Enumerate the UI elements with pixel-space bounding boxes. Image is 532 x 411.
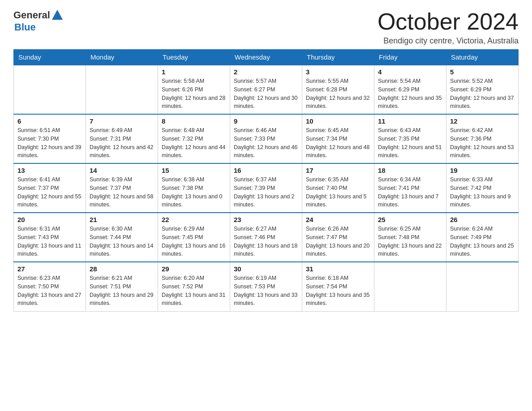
- day-info: Sunrise: 6:30 AMSunset: 7:44 PMDaylight:…: [90, 225, 154, 258]
- day-info: Sunrise: 5:52 AMSunset: 6:29 PMDaylight:…: [450, 77, 515, 111]
- table-row: 20Sunrise: 6:31 AMSunset: 7:43 PMDayligh…: [14, 213, 86, 262]
- day-info: Sunrise: 6:23 AMSunset: 7:50 PMDaylight:…: [17, 274, 82, 308]
- calendar-week-row: 27Sunrise: 6:23 AMSunset: 7:50 PMDayligh…: [14, 262, 519, 311]
- table-row: 3Sunrise: 5:55 AMSunset: 6:28 PMDaylight…: [302, 65, 374, 114]
- table-row: 12Sunrise: 6:42 AMSunset: 7:36 PMDayligh…: [446, 114, 519, 163]
- day-number: 26: [450, 216, 515, 223]
- table-row: 25Sunrise: 6:25 AMSunset: 7:48 PMDayligh…: [374, 213, 446, 262]
- table-row: 23Sunrise: 6:27 AMSunset: 7:46 PMDayligh…: [230, 213, 302, 262]
- table-row: [374, 262, 446, 311]
- day-info: Sunrise: 6:35 AMSunset: 7:40 PMDaylight:…: [306, 176, 370, 209]
- day-number: 16: [234, 167, 298, 174]
- day-number: 18: [378, 167, 442, 174]
- logo-icon: [51, 9, 64, 21]
- day-info: Sunrise: 6:34 AMSunset: 7:41 PMDaylight:…: [378, 176, 442, 209]
- day-info: Sunrise: 6:29 AMSunset: 7:45 PMDaylight:…: [162, 225, 226, 258]
- title-section: October 2024 Bendigo city centre, Victor…: [378, 9, 519, 46]
- calendar-week-row: 20Sunrise: 6:31 AMSunset: 7:43 PMDayligh…: [14, 213, 519, 262]
- table-row: 28Sunrise: 6:21 AMSunset: 7:51 PMDayligh…: [86, 262, 158, 311]
- day-info: Sunrise: 6:48 AMSunset: 7:32 PMDaylight:…: [162, 126, 226, 160]
- table-row: 18Sunrise: 6:34 AMSunset: 7:41 PMDayligh…: [374, 163, 446, 213]
- day-number: 22: [162, 216, 226, 223]
- calendar-week-row: 1Sunrise: 5:58 AMSunset: 6:26 PMDaylight…: [14, 65, 519, 114]
- header-monday: Monday: [86, 50, 158, 65]
- day-number: 23: [234, 216, 298, 223]
- day-info: Sunrise: 6:37 AMSunset: 7:39 PMDaylight:…: [234, 176, 298, 209]
- day-number: 20: [17, 216, 82, 223]
- day-info: Sunrise: 6:39 AMSunset: 7:37 PMDaylight:…: [90, 176, 154, 209]
- day-info: Sunrise: 6:38 AMSunset: 7:38 PMDaylight:…: [162, 176, 226, 209]
- day-number: 13: [17, 167, 82, 174]
- table-row: [446, 262, 519, 311]
- table-row: 2Sunrise: 5:57 AMSunset: 6:27 PMDaylight…: [230, 65, 302, 114]
- header-thursday: Thursday: [302, 50, 374, 65]
- table-row: 10Sunrise: 6:45 AMSunset: 7:34 PMDayligh…: [302, 114, 374, 163]
- svg-marker-0: [52, 10, 63, 20]
- table-row: 22Sunrise: 6:29 AMSunset: 7:45 PMDayligh…: [158, 213, 230, 262]
- day-info: Sunrise: 6:21 AMSunset: 7:51 PMDaylight:…: [90, 274, 154, 308]
- logo-general-text: General: [13, 9, 50, 21]
- table-row: 26Sunrise: 6:24 AMSunset: 7:49 PMDayligh…: [446, 213, 519, 262]
- logo: General Blue: [13, 9, 64, 33]
- table-row: 19Sunrise: 6:33 AMSunset: 7:42 PMDayligh…: [446, 163, 519, 213]
- day-number: 24: [306, 216, 370, 223]
- day-number: 28: [90, 265, 154, 273]
- day-info: Sunrise: 6:18 AMSunset: 7:54 PMDaylight:…: [306, 274, 370, 308]
- table-row: 9Sunrise: 6:46 AMSunset: 7:33 PMDaylight…: [230, 114, 302, 163]
- table-row: 1Sunrise: 5:58 AMSunset: 6:26 PMDaylight…: [158, 65, 230, 114]
- day-number: 11: [378, 117, 442, 125]
- table-row: 16Sunrise: 6:37 AMSunset: 7:39 PMDayligh…: [230, 163, 302, 213]
- table-row: 21Sunrise: 6:30 AMSunset: 7:44 PMDayligh…: [86, 213, 158, 262]
- table-row: [14, 65, 86, 114]
- day-info: Sunrise: 6:26 AMSunset: 7:47 PMDaylight:…: [306, 225, 370, 258]
- day-number: 25: [378, 216, 442, 223]
- table-row: 13Sunrise: 6:41 AMSunset: 7:37 PMDayligh…: [14, 163, 86, 213]
- day-info: Sunrise: 6:49 AMSunset: 7:31 PMDaylight:…: [90, 126, 154, 160]
- table-row: 17Sunrise: 6:35 AMSunset: 7:40 PMDayligh…: [302, 163, 374, 213]
- day-number: 29: [162, 265, 226, 273]
- day-info: Sunrise: 6:20 AMSunset: 7:52 PMDaylight:…: [162, 274, 226, 308]
- day-number: 30: [234, 265, 298, 273]
- table-row: 27Sunrise: 6:23 AMSunset: 7:50 PMDayligh…: [14, 262, 86, 311]
- day-info: Sunrise: 6:51 AMSunset: 7:30 PMDaylight:…: [17, 126, 82, 160]
- day-number: 12: [450, 117, 515, 125]
- day-number: 1: [162, 68, 226, 76]
- day-info: Sunrise: 6:46 AMSunset: 7:33 PMDaylight:…: [234, 126, 298, 160]
- table-row: 11Sunrise: 6:43 AMSunset: 7:35 PMDayligh…: [374, 114, 446, 163]
- page-header: General Blue October 2024 Bendigo city c…: [13, 9, 519, 46]
- day-info: Sunrise: 6:19 AMSunset: 7:53 PMDaylight:…: [234, 274, 298, 308]
- table-row: 15Sunrise: 6:38 AMSunset: 7:38 PMDayligh…: [158, 163, 230, 213]
- day-number: 6: [17, 117, 82, 125]
- day-number: 7: [90, 117, 154, 125]
- month-title: October 2024: [378, 9, 519, 34]
- table-row: 24Sunrise: 6:26 AMSunset: 7:47 PMDayligh…: [302, 213, 374, 262]
- day-info: Sunrise: 6:43 AMSunset: 7:35 PMDaylight:…: [378, 126, 442, 160]
- day-number: 2: [234, 68, 298, 76]
- day-info: Sunrise: 6:42 AMSunset: 7:36 PMDaylight:…: [450, 126, 515, 160]
- table-row: 4Sunrise: 5:54 AMSunset: 6:29 PMDaylight…: [374, 65, 446, 114]
- table-row: 6Sunrise: 6:51 AMSunset: 7:30 PMDaylight…: [14, 114, 86, 163]
- day-number: 19: [450, 167, 515, 174]
- day-number: 8: [162, 117, 226, 125]
- day-number: 10: [306, 117, 370, 125]
- table-row: 8Sunrise: 6:48 AMSunset: 7:32 PMDaylight…: [158, 114, 230, 163]
- day-number: 9: [234, 117, 298, 125]
- table-row: 29Sunrise: 6:20 AMSunset: 7:52 PMDayligh…: [158, 262, 230, 311]
- day-number: 15: [162, 167, 226, 174]
- day-info: Sunrise: 6:45 AMSunset: 7:34 PMDaylight:…: [306, 126, 370, 160]
- day-info: Sunrise: 6:31 AMSunset: 7:43 PMDaylight:…: [17, 225, 82, 258]
- day-number: 4: [378, 68, 442, 76]
- table-row: 14Sunrise: 6:39 AMSunset: 7:37 PMDayligh…: [86, 163, 158, 213]
- day-number: 31: [306, 265, 370, 273]
- day-info: Sunrise: 6:24 AMSunset: 7:49 PMDaylight:…: [450, 225, 515, 258]
- header-tuesday: Tuesday: [158, 50, 230, 65]
- day-number: 5: [450, 68, 515, 76]
- day-number: 21: [90, 216, 154, 223]
- day-number: 27: [17, 265, 82, 273]
- calendar-table: Sunday Monday Tuesday Wednesday Thursday…: [13, 49, 519, 312]
- calendar-week-row: 13Sunrise: 6:41 AMSunset: 7:37 PMDayligh…: [14, 163, 519, 213]
- day-info: Sunrise: 6:27 AMSunset: 7:46 PMDaylight:…: [234, 225, 298, 258]
- table-row: 7Sunrise: 6:49 AMSunset: 7:31 PMDaylight…: [86, 114, 158, 163]
- day-info: Sunrise: 6:41 AMSunset: 7:37 PMDaylight:…: [17, 176, 82, 209]
- logo-blue-text: Blue: [14, 21, 36, 33]
